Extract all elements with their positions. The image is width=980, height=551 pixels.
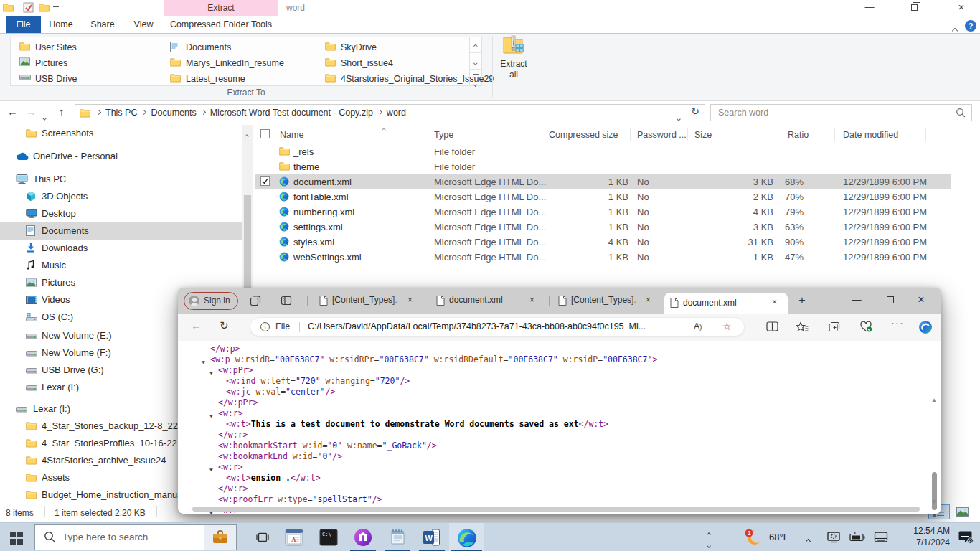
extract-destination-4Starstories_Original_Stories_Issue29[interactable]: 4Starstories_Original_Stories_Issue29 [319, 71, 466, 87]
column-size[interactable]: Size [694, 128, 712, 142]
minimize-button[interactable]: — [858, 0, 881, 16]
gallery-scroll-up[interactable] [470, 37, 481, 53]
tab-view[interactable]: View [124, 16, 163, 33]
file-row-fontTable.xml[interactable]: fontTable.xmlMicrosoft Edge HTML Do...1 … [255, 189, 951, 204]
select-all-checkbox[interactable] [260, 129, 270, 138]
url-text[interactable]: C:/Users/David/AppData/Local/Temp/374b82… [308, 318, 646, 336]
weather-icon[interactable]: 1 [743, 528, 762, 549]
search-icon[interactable] [956, 108, 966, 121]
search-highlights-icon[interactable] [204, 525, 236, 550]
tab-close-icon[interactable]: × [405, 295, 415, 306]
taskbar-app-wordpad[interactable]: A [277, 523, 311, 551]
tab-file[interactable]: File [6, 16, 41, 33]
scroll-up-arrow[interactable]: ▲ [931, 397, 937, 403]
address-dropdown-chevron[interactable] [677, 110, 680, 123]
column-compressed-size[interactable]: Compressed size [549, 128, 618, 142]
taskbar-app-m365[interactable] [346, 523, 380, 551]
column-ratio[interactable]: Ratio [788, 128, 809, 142]
sidebar-item-downloads[interactable]: Downloads [0, 240, 242, 257]
row-checkbox[interactable] [260, 176, 270, 186]
tray-scroll-down[interactable] [707, 539, 710, 550]
column-type[interactable]: Type [434, 128, 453, 142]
refresh-icon[interactable]: ↻ [691, 105, 699, 117]
taskbar-app-notepad[interactable] [380, 523, 415, 551]
close-button[interactable]: × [950, 0, 973, 16]
back-button[interactable]: ← [7, 105, 18, 118]
file-row-_rels[interactable]: _relsFile folder [255, 144, 951, 159]
settings-more-icon[interactable]: ··· [891, 316, 904, 329]
start-button[interactable] [0, 523, 34, 551]
tray-scroll-up[interactable] [707, 527, 710, 538]
show-hidden-icons[interactable] [806, 534, 810, 545]
taskbar-app-word[interactable]: W [415, 523, 449, 551]
column-date-modified[interactable]: Date modified [843, 128, 898, 142]
browser-essentials-icon[interactable] [860, 321, 872, 333]
edge-tab-2[interactable]: [Content_Types].xm× [552, 288, 661, 314]
sidebar-item-documents[interactable]: Documents [0, 222, 242, 240]
gallery-scroll-down[interactable] [470, 54, 481, 70]
edge-horizontal-scrollbar[interactable] [192, 507, 920, 512]
tab-home[interactable]: Home [41, 16, 81, 33]
recent-locations-arrow[interactable] [43, 110, 46, 123]
edge-tab-1[interactable]: document.xml× [430, 288, 545, 314]
scroll-up-icon[interactable] [245, 128, 248, 141]
collections-icon[interactable] [829, 321, 840, 333]
gallery-more-button[interactable] [470, 70, 481, 86]
help-button[interactable]: ? [965, 20, 976, 32]
extract-destination-Latest_resume[interactable]: Latest_resume [164, 71, 311, 87]
tab-actions-icon[interactable] [250, 295, 261, 306]
file-row-webSettings.xml[interactable]: webSettings.xmlMicrosoft Edge HTML Do...… [255, 250, 951, 265]
tab-close-icon[interactable]: × [769, 297, 780, 308]
column-name[interactable]: Name [280, 128, 303, 142]
taskbar-search[interactable]: Type here to search [34, 524, 237, 550]
extract-all-button[interactable]: Extract all [495, 35, 532, 88]
file-row-styles.xml[interactable]: styles.xmlMicrosoft Edge HTML Do...4 KBN… [255, 235, 951, 250]
extract-destination-Marys_LinkedIn_resume[interactable]: Marys_LinkedIn_resume [164, 55, 311, 71]
file-row-numbering.xml[interactable]: numbering.xmlMicrosoft Edge HTML Do...1 … [255, 204, 951, 220]
up-button[interactable]: ↑ [59, 105, 65, 118]
large-icons-view-button[interactable] [953, 504, 971, 519]
address-bar[interactable]: This PCDocumentsMicrosoft Word Test docu… [75, 104, 705, 121]
battery-icon[interactable] [849, 532, 865, 544]
edge-tab-0[interactable]: [Content_Types].xm× [314, 288, 423, 314]
taskbar-clock[interactable]: 12:54 AM 7/1/2024 [895, 525, 950, 548]
taskbar-app-edge[interactable] [449, 523, 484, 551]
extract-destination-User Sites[interactable]: User Sites [14, 39, 161, 55]
edge-address-bar[interactable]: i File C:/Users/David/AppData/Local/Temp… [250, 317, 745, 336]
favorite-star-icon[interactable]: ☆ [722, 318, 732, 336]
tray-temperature[interactable]: 68°F [769, 532, 789, 542]
search-box[interactable]: Search word [710, 104, 972, 121]
action-center-icon[interactable] [958, 530, 974, 546]
column-password[interactable]: Password ... [637, 128, 687, 142]
taskbar-app-cmd[interactable]: C:\_ [311, 523, 346, 551]
breadcrumb-2[interactable]: Microsoft Word Test document - Copy.zip [210, 105, 373, 121]
breadcrumb-1[interactable]: Documents [151, 105, 196, 121]
forward-button[interactable]: → [26, 105, 37, 118]
qat-newfolder-icon[interactable] [39, 2, 50, 15]
sidebar-item-3d-objects[interactable]: 3D Objects [0, 188, 242, 205]
edge-vertical-scrollbar[interactable]: ▲ ▼ [929, 397, 939, 505]
copilot-icon[interactable] [918, 320, 930, 331]
extract-destination-SkyDrive[interactable]: SkyDrive [319, 39, 466, 55]
qat-properties-icon[interactable] [23, 2, 34, 16]
edge-close-button[interactable]: × [911, 292, 931, 309]
vertical-tabs-icon[interactable] [281, 295, 292, 306]
edge-tab-3[interactable]: document.xml× [664, 293, 788, 314]
sidebar-item-onedrive-personal[interactable]: OneDrive - Personal [0, 148, 242, 165]
edge-maximize-button[interactable] [887, 296, 894, 303]
extract-destination-USB Drive[interactable]: USB Drive [14, 71, 161, 87]
tab-close-icon[interactable]: × [527, 295, 537, 306]
task-view-button[interactable] [250, 523, 275, 551]
file-row-settings.xml[interactable]: settings.xmlMicrosoft Edge HTML Do...1 K… [255, 220, 951, 235]
restore-button[interactable] [903, 0, 925, 16]
sidebar-item-screenshots[interactable]: Screenshots [0, 125, 242, 142]
ribbon-collapse-chevron[interactable] [953, 23, 960, 29]
touch-keyboard-icon[interactable] [874, 531, 888, 545]
new-tab-button[interactable]: + [795, 293, 809, 308]
cast-icon[interactable] [826, 531, 841, 545]
sidebar-item-this-pc[interactable]: This PC [0, 171, 242, 188]
split-screen-icon[interactable] [766, 321, 778, 333]
extract-destination-Documents[interactable]: Documents [164, 39, 311, 55]
scroll-down-arrow[interactable]: ▼ [931, 499, 937, 505]
tab-share[interactable]: Share [81, 16, 124, 33]
